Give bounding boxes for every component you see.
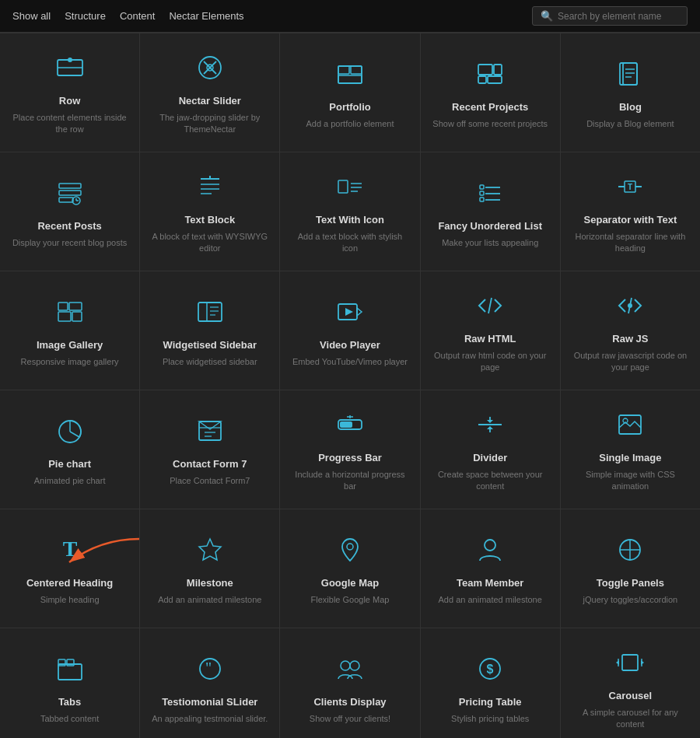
- svg-rect-7: [338, 66, 362, 83]
- svg-rect-39: [58, 303, 68, 310]
- grid-item-image-gallery[interactable]: Image GalleryResponsive image gallery: [0, 271, 139, 390]
- grid-item-separator-with-text[interactable]: TSeparator with TextHorizontal separator…: [561, 152, 700, 271]
- blog-desc: Display a Blog element: [586, 118, 674, 130]
- milestone-title: Milestone: [187, 577, 233, 590]
- svg-rect-42: [72, 312, 82, 321]
- grid-item-team-member[interactable]: Team MemberAdd an animated milestone: [421, 509, 560, 628]
- header-navigation: Show all Structure Content Nectar Elemen…: [12, 10, 244, 22]
- grid-item-divider[interactable]: DividerCreate space between your content: [421, 390, 560, 509]
- svg-point-77: [485, 540, 495, 551]
- recent-posts-title: Recent Posts: [37, 220, 101, 233]
- svg-rect-22: [59, 198, 73, 202]
- svg-rect-14: [488, 76, 502, 83]
- svg-text:": ": [205, 659, 212, 677]
- grid-item-pie-chart[interactable]: Pie chartAnimated pie chart: [0, 390, 139, 509]
- centered-heading-icon: T: [54, 534, 86, 569]
- grid-item-carousel[interactable]: CarouselA simple carousel for any conten…: [561, 628, 700, 738]
- pricing-table-desc: Stylish pricing tables: [451, 713, 529, 725]
- progress-bar-icon: [334, 409, 366, 444]
- svg-text:T: T: [628, 183, 632, 191]
- search-box[interactable]: 🔍: [532, 6, 688, 26]
- raw-js-title: Raw JS: [612, 333, 648, 346]
- grid-item-clients-display[interactable]: Clients DisplayShow off your clients!: [280, 628, 419, 738]
- grid-item-milestone[interactable]: MilestoneAdd an animated milestone: [140, 509, 279, 628]
- grid-item-text-with-icon[interactable]: Text With IconAdd a text block with styl…: [280, 152, 419, 271]
- pie-chart-icon: [54, 415, 86, 450]
- nectar-elements-link[interactable]: Nectar Elements: [169, 10, 243, 22]
- grid-item-row[interactable]: RowPlace content elements inside the row: [0, 33, 139, 152]
- blog-title: Blog: [619, 101, 642, 114]
- structure-link[interactable]: Structure: [65, 10, 106, 22]
- video-player-icon: [334, 296, 366, 331]
- grid-item-portfolio[interactable]: PortfolioAdd a portfolio element: [280, 33, 419, 152]
- svg-line-51: [488, 298, 492, 313]
- grid-item-fancy-unordered-list[interactable]: Fancy Unordered ListMake your lists appe…: [421, 152, 560, 271]
- image-gallery-icon: [54, 296, 86, 331]
- testimonial-slider-title: Testiomonial SLider: [162, 696, 257, 709]
- svg-rect-34: [480, 191, 484, 195]
- toggle-panels-icon: [614, 534, 646, 569]
- milestone-icon: [194, 534, 226, 569]
- grid-item-text-block[interactable]: Text BlockA block of text with WYSIWYG e…: [140, 152, 279, 271]
- grid-item-tabs[interactable]: TabsTabbed content: [0, 628, 139, 738]
- team-member-desc: Add an animated milestone: [439, 594, 542, 606]
- text-with-icon-icon: [334, 171, 366, 206]
- google-map-desc: Flexible Google Map: [311, 594, 390, 606]
- row-icon: [54, 52, 86, 87]
- svg-rect-26: [338, 180, 348, 193]
- svg-rect-20: [59, 184, 81, 188]
- grid-item-recent-projects[interactable]: Recent ProjectsShow off some recent proj…: [421, 33, 560, 152]
- pricing-table-icon: $: [474, 653, 506, 688]
- show-all-link[interactable]: Show all: [12, 10, 51, 22]
- svg-rect-21: [59, 191, 81, 195]
- image-gallery-title: Image Gallery: [37, 339, 103, 352]
- team-member-icon: [474, 534, 506, 569]
- grid-item-video-player[interactable]: Video PlayerEmbed YouTube/Vimeo player: [280, 271, 419, 390]
- clients-display-title: Clients Display: [313, 696, 386, 709]
- svg-rect-41: [58, 312, 71, 321]
- search-input[interactable]: [558, 11, 679, 22]
- milestone-desc: Add an animated milestone: [158, 594, 261, 606]
- carousel-desc: A simple carousel for any content: [570, 707, 691, 731]
- portfolio-desc: Add a portfolio element: [306, 118, 394, 130]
- carousel-icon: [614, 647, 646, 682]
- svg-rect-90: [622, 655, 638, 670]
- content-link[interactable]: Content: [120, 10, 156, 22]
- grid-item-recent-posts[interactable]: Recent PostsDisplay your recent blog pos…: [0, 152, 139, 271]
- grid-item-pricing-table[interactable]: $Pricing TableStylish pricing tables: [421, 628, 560, 738]
- contact-form-icon: [194, 415, 226, 450]
- google-map-icon: [334, 534, 366, 569]
- widgetised-sidebar-icon: [194, 296, 226, 331]
- grid-item-raw-js[interactable]: Raw JSOutput raw javascript code on your…: [561, 271, 700, 390]
- grid-item-raw-html[interactable]: Raw HTMLOutput raw html code on your pag…: [421, 271, 560, 390]
- text-block-title: Text Block: [184, 214, 235, 227]
- centered-heading-title: Centered Heading: [26, 577, 113, 590]
- grid-item-testimonial-slider[interactable]: "Testiomonial SLiderAn appealing testmon…: [140, 628, 279, 738]
- testimonial-slider-desc: An appealing testmonial slider.: [152, 713, 268, 725]
- video-player-desc: Embed YouTube/Vimeo player: [292, 356, 408, 368]
- svg-marker-50: [345, 308, 353, 316]
- grid-item-blog[interactable]: BlogDisplay a Blog element: [561, 33, 700, 152]
- grid-item-contact-form[interactable]: Contact Form 7Place Contact Form7: [140, 390, 279, 509]
- grid-item-nectar-slider[interactable]: Nectar SliderThe jaw-dropping slider by …: [140, 33, 279, 152]
- grid-item-google-map[interactable]: Google MapFlexible Google Map: [280, 509, 419, 628]
- recent-posts-icon: [54, 177, 86, 212]
- grid-item-toggle-panels[interactable]: Toggle PanelsjQuery toggles/accordion: [561, 509, 700, 628]
- separator-with-text-icon: T: [614, 171, 646, 206]
- grid-item-centered-heading[interactable]: TCentered HeadingSimple heading: [0, 509, 139, 628]
- toggle-panels-title: Toggle Panels: [597, 577, 664, 590]
- raw-html-icon: [474, 290, 506, 325]
- svg-point-53: [628, 303, 632, 308]
- svg-rect-81: [58, 664, 82, 680]
- grid-item-widgetised-sidebar[interactable]: Widgetised SidebarPlace widgetised sideb…: [140, 271, 279, 390]
- tabs-desc: Tabbed content: [40, 713, 99, 725]
- svg-marker-75: [199, 539, 221, 560]
- nectar-slider-icon: [194, 52, 226, 87]
- grid-item-single-image[interactable]: Single ImageSimple image with CSS animat…: [561, 390, 700, 509]
- progress-bar-desc: Include a horizontal progress bar: [289, 469, 410, 493]
- divider-title: Divider: [473, 452, 507, 465]
- video-player-title: Video Player: [320, 339, 380, 352]
- grid-item-progress-bar[interactable]: Progress BarInclude a horizontal progres…: [280, 390, 419, 509]
- pricing-table-title: Pricing Table: [459, 696, 522, 709]
- contact-form-desc: Place Contact Form7: [170, 475, 250, 487]
